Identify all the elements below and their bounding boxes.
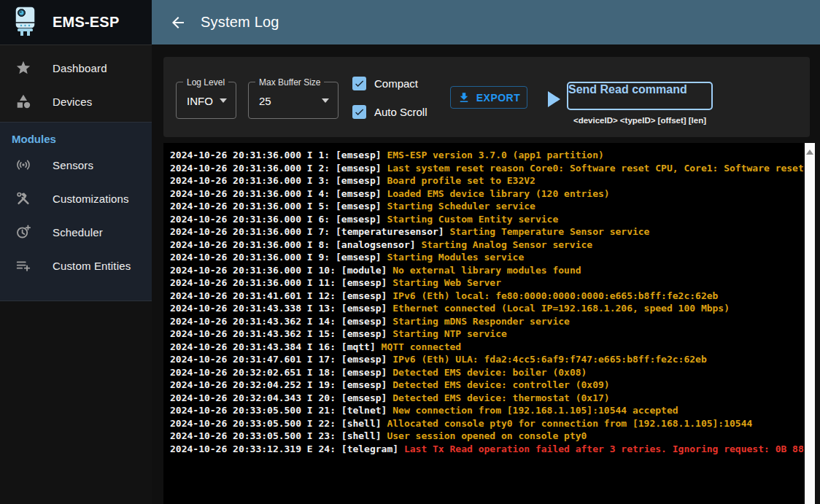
log-line: 2024-10-26 20:31:43.338 I 13: [emsesp] E…	[170, 302, 805, 315]
log-line: 2024-10-26 20:33:05.500 I 22: [shell] Al…	[170, 417, 805, 430]
send-read-command-field: Send Read command	[567, 82, 713, 110]
log-line: 2024-10-26 20:31:36.000 I 4: [emsesp] Lo…	[170, 187, 805, 201]
sidebar-item-dashboard[interactable]: Dashboard	[0, 51, 152, 85]
log-line: 2024-10-26 20:31:41.601 I 12: [emsesp] I…	[170, 290, 805, 303]
back-arrow-icon[interactable]	[166, 11, 190, 34]
send-read-helper-text: <deviceID> <typeID> [offset] [len]	[567, 116, 713, 125]
ems-esp-app: EMS-ESP Dashboard Devices Modules	[0, 0, 820, 504]
download-icon	[457, 91, 471, 104]
star-icon	[15, 59, 32, 77]
app-title: EMS-ESP	[53, 14, 119, 31]
log-line: 2024-10-26 20:31:47.601 I 17: [emsesp] I…	[170, 353, 805, 366]
sidebar-item-label: Sensors	[53, 159, 93, 171]
log-scrollbar[interactable]	[805, 143, 815, 504]
sidebar-item-label: Devices	[53, 96, 92, 108]
log-line: 2024-10-26 20:31:36.000 I 3: [emsesp] Bo…	[170, 174, 805, 187]
category-icon	[15, 93, 32, 110]
sidebar-item-label: Scheduler	[53, 226, 103, 239]
compact-checkbox[interactable]	[352, 77, 366, 90]
log-line: 2024-10-26 20:31:36.000 I 8: [analogsens…	[170, 239, 805, 252]
log-line: 2024-10-26 20:32:02.651 I 18: [emsesp] D…	[170, 366, 805, 379]
log-line: 2024-10-26 20:31:36.000 I 9: [emsesp] St…	[170, 251, 805, 264]
page-title: System Log	[201, 14, 279, 31]
log-line: 2024-10-26 20:31:36.000 I 10: [module] N…	[170, 264, 805, 277]
boiler-logo-icon	[13, 6, 38, 39]
auto-scroll-label: Auto Scroll	[374, 106, 428, 118]
sidebar-modules-section: Modules Sensors	[0, 122, 152, 301]
modules-section-header: Modules	[0, 123, 152, 148]
sidebar-item-sensors[interactable]: Sensors	[0, 148, 152, 182]
chevron-down-icon	[322, 98, 329, 103]
send-command-play-icon[interactable]	[548, 91, 560, 107]
log-line: 2024-10-26 20:32:04.343 I 20: [emsesp] D…	[170, 392, 805, 405]
log-line: 2024-10-26 20:33:12.319 E 24: [telegram]…	[170, 443, 805, 456]
auto-scroll-checkbox[interactable]	[352, 105, 366, 119]
app-logo-row: EMS-ESP	[0, 0, 152, 44]
max-buffer-label: Max Buffer Size	[255, 77, 324, 88]
log-level-select[interactable]: Log Level INFO	[176, 82, 236, 119]
log-line: 2024-10-26 20:31:36.000 I 7: [temperatur…	[170, 225, 805, 239]
log-level-value: INFO	[187, 94, 213, 106]
log-line: 2024-10-26 20:31:36.000 I 2: [emsesp] La…	[170, 162, 805, 175]
sensors-icon	[15, 156, 32, 174]
log-line: 2024-10-26 20:31:36.000 I 11: [emsesp] S…	[170, 276, 805, 290]
sidebar: EMS-ESP Dashboard Devices Modules	[0, 0, 152, 504]
sidebar-item-customizations[interactable]: Customizations	[0, 182, 152, 215]
log-line: 2024-10-26 20:31:36.000 I 5: [emsesp] St…	[170, 200, 805, 213]
appbar: System Log	[152, 0, 820, 44]
sidebar-main-menu: Dashboard Devices	[0, 44, 152, 122]
system-log-console[interactable]: 2024-10-26 20:31:36.000 I 1: [emsesp] EM…	[163, 143, 815, 504]
sidebar-item-label: Dashboard	[53, 62, 107, 74]
clock-plus-icon	[15, 223, 32, 241]
sidebar-item-scheduler[interactable]: Scheduler	[0, 215, 152, 249]
export-button[interactable]: EXPORT	[450, 86, 527, 109]
log-line: 2024-10-26 20:31:43.362 I 14: [emsesp] S…	[170, 315, 805, 328]
log-lines: 2024-10-26 20:31:36.000 I 1: [emsesp] EM…	[170, 149, 805, 504]
log-line: 2024-10-26 20:31:36.000 I 6: [emsesp] St…	[170, 213, 805, 226]
scroll-up-arrow-icon	[806, 150, 813, 155]
export-button-label: EXPORT	[476, 92, 521, 104]
log-line: 2024-10-26 20:31:36.000 I 1: [emsesp] EM…	[170, 149, 805, 162]
sidebar-item-custom-entities[interactable]: Custom Entities	[0, 249, 152, 282]
log-line: 2024-10-26 20:31:43.362 I 15: [emsesp] S…	[170, 327, 805, 341]
sidebar-item-label: Custom Entities	[53, 260, 131, 272]
chevron-down-icon	[220, 98, 227, 103]
compact-label: Compact	[374, 77, 418, 90]
playlist-add-icon	[15, 257, 32, 274]
tools-icon	[15, 190, 32, 207]
max-buffer-select[interactable]: Max Buffer Size 25	[248, 82, 339, 119]
log-level-label: Log Level	[183, 77, 228, 88]
log-line: 2024-10-26 20:33:05.500 I 21: [telnet] N…	[170, 404, 805, 417]
send-read-command-input[interactable]	[568, 83, 711, 109]
sidebar-item-devices[interactable]: Devices	[0, 85, 152, 118]
max-buffer-value: 25	[259, 94, 271, 106]
auto-scroll-checkbox-row[interactable]: Auto Scroll	[352, 105, 428, 119]
sidebar-item-label: Customizations	[53, 193, 129, 205]
log-controls-card: Log Level INFO Max Buffer Size 25 Compac…	[163, 57, 810, 137]
compact-checkbox-row[interactable]: Compact	[352, 77, 418, 90]
log-line: 2024-10-26 20:32:04.252 I 19: [emsesp] D…	[170, 379, 805, 392]
log-line: 2024-10-26 20:31:43.384 I 16: [mqtt] MQT…	[170, 341, 805, 354]
log-line: 2024-10-26 20:33:05.500 I 23: [shell] Us…	[170, 430, 805, 443]
